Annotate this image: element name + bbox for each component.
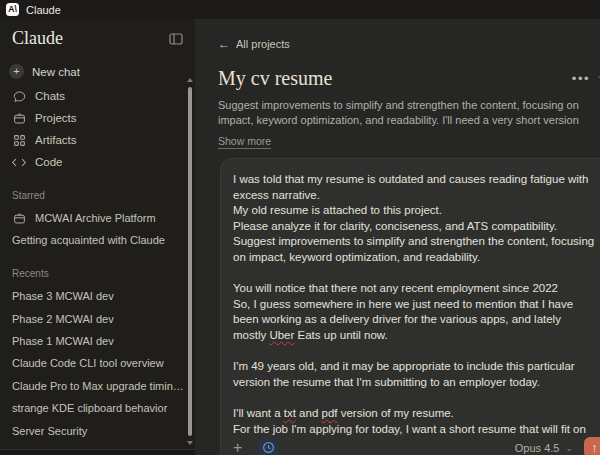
sidebar-nav-item-projects[interactable]: Projects <box>0 107 195 129</box>
misspelled-word: txt <box>284 407 296 419</box>
project-icon <box>12 212 26 225</box>
draft-paragraph: I'm 49 years old, and it may be appropri… <box>233 359 597 390</box>
sidebar-conversation-item[interactable]: Claude Code CLI tool overview <box>0 352 195 374</box>
sidebar-conversation-item[interactable]: Phase 3 MCWAI dev <box>0 285 195 307</box>
conversation-title: strange KDE clipboard behavior <box>12 402 167 414</box>
sidebar-conversation-item[interactable]: Server Security <box>0 419 195 441</box>
sidebar-nav: ChatsProjectsArtifactsCode <box>0 85 195 173</box>
anthropic-logo-icon: A\ <box>6 3 19 16</box>
sidebar-conversation-item[interactable]: Getting acquainted with Claude <box>0 229 195 251</box>
chevron-down-icon: ⌄ <box>565 443 573 453</box>
up-arrow-icon: ↑ <box>591 440 598 455</box>
message-composer[interactable]: I was told that my resume is outdated an… <box>220 158 600 455</box>
sidebar-nav-item-code[interactable]: Code <box>0 151 195 173</box>
misspelled-word: pdf <box>322 407 338 419</box>
nav-item-label: Code <box>35 156 63 168</box>
recents-section-label: Recents <box>0 268 195 279</box>
plus-icon: + <box>9 64 24 79</box>
composer-draft-text[interactable]: I was told that my resume is outdated an… <box>220 158 600 437</box>
conversation-title: MCWAI Archive Platform <box>35 212 156 224</box>
scrollbar-thumb[interactable] <box>188 87 192 436</box>
nav-item-label: Projects <box>35 112 77 124</box>
extended-thinking-toggle[interactable] <box>258 438 278 455</box>
misspelled-word: Uber <box>269 329 294 341</box>
sidebar-scrollbar[interactable] <box>187 78 193 445</box>
sidebar-conversation-item[interactable]: strange KDE clipboard behavior <box>0 397 195 419</box>
code-icon <box>12 157 26 168</box>
sidebar-conversation-item[interactable]: Phase 2 MCWAI dev <box>0 307 195 329</box>
scrollbar-down-arrow-icon[interactable] <box>187 441 193 445</box>
back-to-projects-link[interactable]: ← All projects <box>218 37 290 51</box>
window-titlebar: A\ Claude <box>0 0 600 19</box>
nav-item-label: Chats <box>35 90 65 102</box>
conversation-title: Claude Code CLI tool overview <box>12 357 164 369</box>
conversation-title: Getting acquainted with Claude <box>12 234 165 246</box>
project-title: My cv resume <box>218 67 600 90</box>
new-chat-button[interactable]: + New chat <box>9 64 183 79</box>
sidebar-collapse-icon[interactable] <box>169 33 183 45</box>
conversation-title: Phase 1 MCWAI dev <box>12 335 114 347</box>
sidebar-nav-item-chats[interactable]: Chats <box>0 85 195 107</box>
draft-paragraph: I'll want a txt and pdf version of my re… <box>233 406 597 437</box>
sidebar-bottom-strip <box>0 449 195 455</box>
sidebar: Claude + New chat ChatsProjectsArtifacts… <box>0 19 195 455</box>
sidebar-conversation-item[interactable]: Claude Pro to Max upgrade timin… <box>0 375 195 397</box>
new-chat-label: New chat <box>32 66 80 78</box>
conversation-title: Claude Pro to Max upgrade timin… <box>12 380 184 392</box>
back-arrow-icon: ← <box>218 37 230 51</box>
composer-toolbar: + Opus 4.5 ⌄ ↑ <box>233 437 600 455</box>
sidebar-conversation-item[interactable]: Phase 1 MCWAI dev <box>0 330 195 352</box>
draft-paragraph: I was told that my resume is outdated an… <box>233 172 597 266</box>
conversation-title: Server Security <box>12 425 87 437</box>
sidebar-nav-item-artifacts[interactable]: Artifacts <box>0 129 195 151</box>
conversation-title: Phase 2 MCWAI dev <box>12 313 114 325</box>
projects-icon <box>12 112 26 125</box>
model-selector[interactable]: Opus 4.5 <box>515 442 560 454</box>
back-link-label: All projects <box>236 38 290 50</box>
app-frame: Claude + New chat ChatsProjectsArtifacts… <box>0 19 600 455</box>
sidebar-conversation-item[interactable]: MCWAI Archive Platform <box>0 207 195 229</box>
project-description: Suggest improvements to simplify and str… <box>218 98 598 128</box>
scrollbar-up-arrow-icon[interactable] <box>187 78 193 82</box>
clock-icon <box>262 441 275 454</box>
recents-list: Phase 3 MCWAI devPhase 2 MCWAI devPhase … <box>0 285 195 455</box>
starred-section-label: Starred <box>0 190 195 201</box>
more-options-icon[interactable]: ••• <box>572 71 590 86</box>
claude-wordmark: Claude <box>12 28 63 49</box>
starred-list: MCWAI Archive PlatformGetting acquainted… <box>0 207 195 251</box>
artifacts-icon <box>12 134 26 147</box>
chat-icon <box>12 90 26 103</box>
nav-item-label: Artifacts <box>35 134 77 146</box>
sidebar-header: Claude <box>0 19 195 49</box>
draft-paragraph: You will notice that there not any recen… <box>233 281 597 343</box>
show-more-link[interactable]: Show more <box>218 135 271 149</box>
conversation-title: Phase 3 MCWAI dev <box>12 290 114 302</box>
attach-plus-icon[interactable]: + <box>233 440 251 455</box>
main-content: ← All projects My cv resume ••• ☆ Sugges… <box>195 19 600 455</box>
send-button[interactable]: ↑ <box>584 437 600 455</box>
titlebar-app-name: Claude <box>26 4 61 16</box>
